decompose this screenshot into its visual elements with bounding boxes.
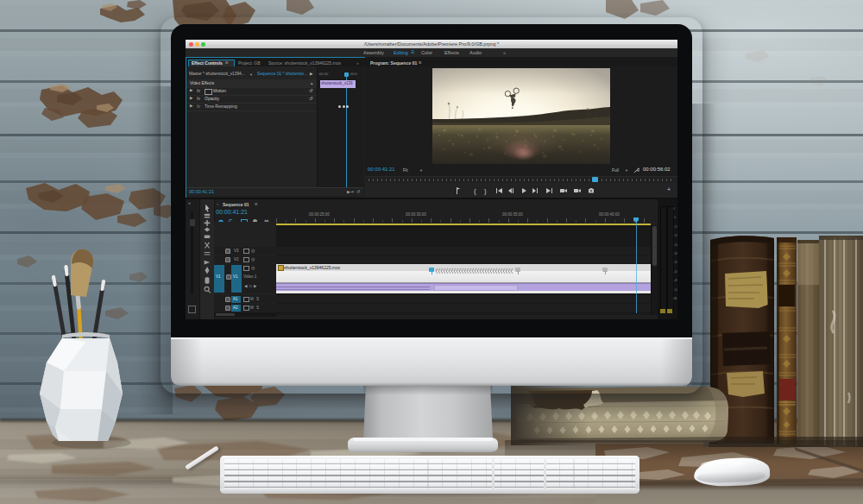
svg-text:{: { (474, 187, 476, 195)
svg-text:}: } (484, 187, 487, 195)
